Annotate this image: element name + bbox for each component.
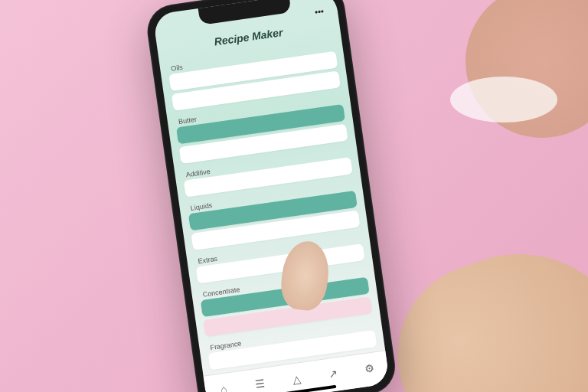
nav-add-icon[interactable]: △ <box>288 370 305 387</box>
form-content[interactable]: Oils Butter Additive Liquids Extras Conc… <box>159 36 385 375</box>
phone-screen: ••• Recipe Maker Oils Butter Additive Li… <box>152 0 390 392</box>
status-icons: ••• <box>314 6 324 16</box>
nav-share-icon[interactable]: ↗ <box>324 364 341 382</box>
nav-list-icon[interactable]: ☰ <box>251 375 269 392</box>
nav-settings-icon[interactable]: ⚙ <box>361 360 378 377</box>
hand-sleeve <box>446 279 588 392</box>
background-plate <box>450 77 557 122</box>
nav-home-icon[interactable]: ⌂ <box>215 380 233 392</box>
phone-frame: ••• Recipe Maker Oils Butter Additive Li… <box>144 0 399 392</box>
hand <box>372 222 588 392</box>
